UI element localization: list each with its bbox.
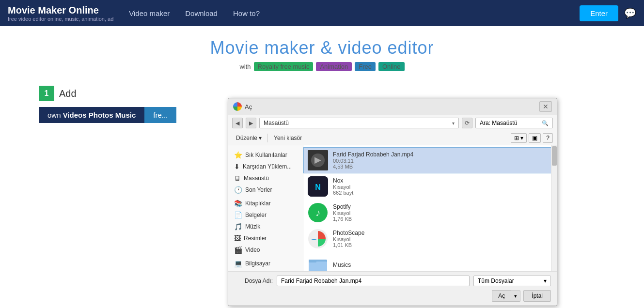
refresh-button[interactable]: ⟳ — [462, 118, 472, 128]
brand: Movie Maker Online free video editor onl… — [8, 5, 113, 22]
file-icon-musics — [308, 255, 328, 271]
search-placeholder: Ara: Masaüstü — [480, 120, 517, 126]
favorites-label: Sık Kullanılanlar — [245, 152, 287, 158]
file-info-nox: Nox Kısayol 662 bayt — [333, 177, 549, 196]
search-box[interactable]: Ara: Masaüstü 🔍 — [475, 118, 553, 128]
filename-input[interactable] — [277, 276, 470, 286]
cancel-button[interactable]: İptal — [523, 290, 551, 302]
tag-free: Free — [355, 62, 376, 71]
sidebar-item-desktop[interactable]: 🖥 Masaüstü — [228, 172, 303, 184]
dialog-titlebar: Aç ✕ — [228, 98, 557, 115]
tag-royalty: Royalty free music — [254, 62, 314, 71]
file-meta-photoscape: Kısayol — [333, 236, 549, 242]
file-icon-nox: N — [308, 176, 328, 197]
filename-label: Dosya Adı: — [234, 277, 273, 284]
toolbar-edit-button[interactable]: Düzenle ▾ — [232, 133, 266, 143]
file-size-photoscape: 1,01 KB — [333, 242, 549, 248]
svg-text:▶: ▶ — [314, 155, 321, 165]
sidebar-libraries: 📚 Kitaplıklar 📄 Belgeler 🎵 Müzik 🖼 Resim… — [228, 198, 303, 256]
recent-label: Son Yerler — [245, 186, 272, 193]
own-media-button[interactable]: own Videos Photos Music — [39, 107, 144, 123]
svg-rect-10 — [309, 260, 316, 262]
add-label: Add — [59, 88, 77, 99]
file-name-spotify: Spotify — [333, 203, 549, 210]
file-item-spotify[interactable]: ♪ Spotify Kısayol 1,76 KB — [303, 200, 557, 226]
video-icon: 🎬 — [234, 246, 242, 254]
with-label: with — [239, 63, 251, 70]
file-info-musics: Musics — [333, 262, 549, 268]
sidebar-item-libraries[interactable]: 📚 Kitaplıklar — [228, 198, 303, 209]
scrollbar-track[interactable] — [551, 145, 557, 271]
sidebar-computer: 💻 Bilgisayar — [228, 258, 303, 269]
back-button[interactable]: ◀ — [232, 118, 243, 128]
clock-icon: 🕐 — [234, 186, 242, 194]
dialog-sidebar: ⭐ Sık Kullanılanlar ⬇ Karşıdan Yüklem...… — [228, 145, 303, 271]
file-item-video[interactable]: ▶ Farid Farjad Robabeh Jan.mp4 00:03:11 … — [303, 147, 557, 173]
filetype-select[interactable]: Tüm Dosyalar ▾ — [473, 276, 551, 286]
filename-row: Dosya Adı: Tüm Dosyalar ▾ — [234, 276, 551, 286]
toolbar-newfolder-button[interactable]: Yeni klasör — [270, 133, 306, 143]
open-button[interactable]: Aç — [492, 290, 511, 302]
chat-icon[interactable]: 💬 — [624, 7, 636, 19]
downloads-label: Karşıdan Yüklem... — [243, 163, 292, 170]
page-content: Movie maker & video editor with Royalty … — [0, 26, 644, 308]
free-media-button[interactable]: fre... — [144, 107, 176, 123]
toolbar-edit-label: Düzenle — [236, 135, 257, 141]
scrollbar-thumb — [552, 146, 557, 166]
hero-section: Movie maker & video editor with Royalty … — [0, 26, 644, 77]
toolbar-separator — [267, 134, 268, 142]
sidebar-item-documents[interactable]: 📄 Belgeler — [228, 209, 303, 221]
tag-online: Online — [378, 62, 405, 71]
dialog-titlebar-left: Aç — [233, 102, 252, 111]
forward-button[interactable]: ▶ — [246, 118, 256, 128]
dialog-files: ▶ Farid Farjad Robabeh Jan.mp4 00:03:11 … — [303, 145, 557, 271]
filetype-arrow: ▾ — [544, 277, 547, 284]
computer-icon: 💻 — [234, 260, 242, 267]
preview-toggle-button[interactable]: ▣ — [529, 133, 541, 143]
hero-title: Movie maker & video editor — [0, 38, 644, 58]
sidebar-item-music[interactable]: 🎵 Müzik — [228, 221, 303, 232]
file-item-musics[interactable]: Musics — [303, 252, 557, 271]
sidebar-item-video[interactable]: 🎬 Video — [228, 244, 303, 256]
video-thumbnail-svg: ▶ — [308, 150, 328, 170]
nav-download[interactable]: Download — [185, 9, 218, 17]
file-meta-spotify: Kısayol — [333, 210, 549, 216]
desktop-icon: 🖥 — [234, 174, 241, 182]
file-name-nox: Nox — [333, 177, 549, 184]
enter-button[interactable]: Enter — [580, 5, 618, 21]
star-icon: ⭐ — [234, 151, 242, 159]
sidebar-item-favorites[interactable]: ⭐ Sık Kullanılanlar — [228, 149, 303, 161]
file-icon-photoscape — [308, 229, 328, 249]
address-box[interactable]: Masaüstü ▾ — [259, 118, 459, 128]
file-meta-nox: Kısayol — [333, 184, 549, 190]
tag-animation: Animation — [316, 62, 352, 71]
sidebar-item-computer[interactable]: 💻 Bilgisayar — [228, 258, 303, 269]
search-icon: 🔍 — [542, 120, 549, 126]
address-arrow: ▾ — [452, 121, 455, 126]
sidebar-favorites: ⭐ Sık Kullanılanlar ⬇ Karşıdan Yüklem...… — [228, 149, 303, 196]
sidebar-item-recent[interactable]: 🕐 Son Yerler — [228, 184, 303, 196]
open-button-group: Aç ▾ — [492, 290, 520, 302]
open-arrow-button[interactable]: ▾ — [511, 291, 520, 302]
file-item-nox[interactable]: N Nox Kısayol 662 bayt — [303, 173, 557, 200]
dialog-close-button[interactable]: ✕ — [539, 101, 552, 112]
computer-label: Bilgisayar — [245, 260, 270, 267]
desktop-label: Masaüstü — [244, 175, 269, 182]
sidebar-item-pictures[interactable]: 🖼 Resimler — [228, 232, 303, 244]
file-item-photoscape[interactable]: PhotoScape Kısayol 1,01 KB — [303, 226, 557, 252]
file-info-spotify: Spotify Kısayol 1,76 KB — [333, 203, 549, 222]
filetype-label: Tüm Dosyalar — [478, 277, 514, 284]
view-options-button[interactable]: ⊞ ▾ — [511, 133, 527, 143]
dialog-toolbar: Düzenle ▾ Yeni klasör ⊞ ▾ ▣ ? — [228, 131, 557, 145]
help-button[interactable]: ? — [543, 133, 553, 143]
nav-howto[interactable]: How to? — [233, 9, 260, 17]
nav-video-maker[interactable]: Video maker — [129, 9, 170, 17]
toolbar-right: ⊞ ▾ ▣ ? — [511, 133, 553, 143]
pictures-icon: 🖼 — [234, 234, 241, 242]
file-size-spotify: 1,76 KB — [333, 216, 549, 222]
file-size-nox: 662 bayt — [333, 190, 549, 196]
sidebar-item-downloads[interactable]: ⬇ Karşıdan Yüklem... — [228, 161, 303, 172]
svg-rect-9 — [309, 262, 327, 271]
document-icon: 📄 — [234, 211, 242, 219]
documents-label: Belgeler — [245, 212, 267, 218]
